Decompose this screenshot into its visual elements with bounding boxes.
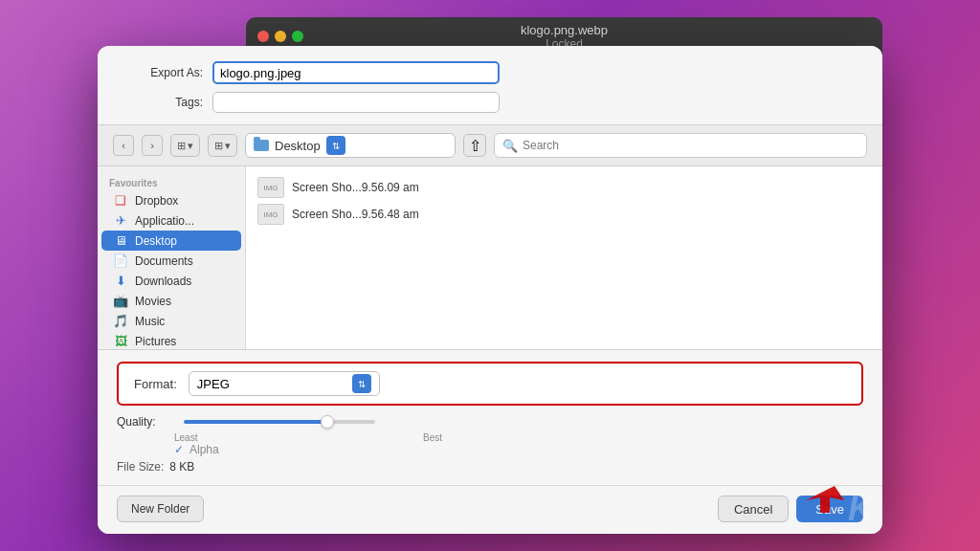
grid-icon: ⊞ <box>214 140 223 152</box>
toolbar: ‹ › ⊞ ▾ ⊞ ▾ Desktop ⇅ ⇧ 🔍 <box>98 125 882 166</box>
best-label: Best <box>423 432 442 443</box>
sidebar-item-label: Dropbox <box>135 194 178 208</box>
folder-icon <box>254 140 269 151</box>
sidebar-item-label: Desktop <box>135 234 177 248</box>
columns-icon: ⊞ <box>177 140 186 152</box>
sidebar-item-pictures[interactable]: 🖼 Pictures <box>101 331 241 349</box>
sidebar-item-label: Movies <box>135 295 171 308</box>
back-button[interactable]: ‹ <box>113 135 134 156</box>
music-icon: 🎵 <box>113 314 128 328</box>
desktop-icon: 🖥 <box>113 233 128 248</box>
documents-icon: 📄 <box>113 253 128 268</box>
file-name: Screen Sho...9.56.48 am <box>292 208 419 221</box>
traffic-lights <box>257 31 303 42</box>
applications-icon: ✈ <box>113 213 128 228</box>
format-section: Format: JPEG ⇅ <box>117 362 863 406</box>
movies-icon: 📺 <box>113 294 128 308</box>
location-dropdown-arrows: ⇅ <box>326 136 345 155</box>
search-input[interactable] <box>523 139 858 152</box>
filesize-row: File Size: 8 KB <box>117 460 863 474</box>
format-label: Format: <box>134 377 177 391</box>
minimize-button[interactable] <box>275 31 286 42</box>
sidebar-item-label: Applicatio... <box>135 214 194 228</box>
quality-range-labels: Least Best <box>174 432 442 443</box>
svg-marker-0 <box>806 486 844 513</box>
window-title: klogo.png.webp <box>521 23 608 37</box>
quality-slider[interactable] <box>184 420 375 424</box>
sidebar-item-downloads[interactable]: ⬇ Downloads <box>101 271 241 291</box>
location-dropdown[interactable]: Desktop ⇅ <box>245 133 456 158</box>
export-as-row: Export As: <box>117 61 863 84</box>
alpha-row: ✓ Alpha <box>174 443 863 456</box>
file-thumbnail: IMG <box>257 204 284 225</box>
cancel-button[interactable]: Cancel <box>718 496 789 522</box>
maximize-button[interactable] <box>292 31 303 42</box>
sidebar-item-desktop[interactable]: 🖥 Desktop <box>101 231 241 251</box>
sidebar-item-label: Music <box>135 315 165 328</box>
downloads-icon: ⬇ <box>113 274 128 288</box>
button-row: New Folder Cancel Save <box>98 485 882 534</box>
alpha-checkmark-icon: ✓ <box>174 443 184 456</box>
quality-label: Quality: <box>117 415 174 429</box>
tags-label: Tags: <box>117 96 203 109</box>
search-icon: 🔍 <box>502 139 518 153</box>
file-thumbnail: IMG <box>257 177 284 198</box>
file-item[interactable]: IMG Screen Sho...9.56.48 am <box>246 201 882 228</box>
export-as-label: Export As: <box>117 66 203 79</box>
filesize-value: 8 KB <box>169 460 194 474</box>
new-folder-button[interactable]: New Folder <box>117 496 204 522</box>
filesize-label: File Size: <box>117 460 164 474</box>
view-columns-button[interactable]: ⊞ ▾ <box>170 134 200 157</box>
watermark: K <box>848 489 873 529</box>
sidebar-item-documents[interactable]: 📄 Documents <box>101 251 241 271</box>
columns-chevron-icon: ▾ <box>188 140 193 152</box>
location-label: Desktop <box>275 139 321 153</box>
format-select[interactable]: JPEG ⇅ <box>189 371 380 396</box>
sidebar-item-movies[interactable]: 📺 Movies <box>101 291 241 311</box>
file-list: IMG Screen Sho...9.56.09 am IMG Screen S… <box>246 166 882 349</box>
sidebar-item-dropbox[interactable]: ❑ Dropbox <box>101 190 241 210</box>
view-grid-button[interactable]: ⊞ ▾ <box>208 134 237 157</box>
forward-button[interactable]: › <box>142 135 163 156</box>
search-box[interactable]: 🔍 <box>494 133 867 158</box>
sidebar: Favourites ❑ Dropbox ✈ Applicatio... 🖥 D… <box>98 166 246 349</box>
least-label: Least <box>174 432 197 443</box>
export-as-input[interactable] <box>212 61 500 84</box>
sidebar-item-label: Documents <box>135 254 193 268</box>
expand-button[interactable]: ⇧ <box>463 134 486 157</box>
dialog-header: Export As: Tags: <box>98 46 882 125</box>
sidebar-item-applications[interactable]: ✈ Applicatio... <box>101 210 241 231</box>
alpha-label: Alpha <box>189 443 219 456</box>
file-name: Screen Sho...9.56.09 am <box>292 181 419 194</box>
dialog-bottom-panel: Format: JPEG ⇅ Quality: Least Best ✓ Alp… <box>98 349 882 485</box>
window-wrapper: klogo.png.webp Locked Export As: Tags: ‹… <box>98 17 882 534</box>
grid-chevron-icon: ▾ <box>225 140 231 152</box>
tags-input[interactable] <box>212 92 500 113</box>
sidebar-item-music[interactable]: 🎵 Music <box>101 311 241 331</box>
save-dialog: Export As: Tags: ‹ › ⊞ ▾ ⊞ ▾ Desktop <box>98 46 882 534</box>
dialog-body: Favourites ❑ Dropbox ✈ Applicatio... 🖥 D… <box>98 166 882 349</box>
file-item[interactable]: IMG Screen Sho...9.56.09 am <box>246 174 882 201</box>
red-arrow <box>796 476 844 515</box>
pictures-icon: 🖼 <box>113 334 128 348</box>
sidebar-item-label: Downloads <box>135 275 191 288</box>
dropbox-icon: ❑ <box>113 193 128 208</box>
favourites-section-label: Favourites <box>98 174 245 190</box>
format-value: JPEG <box>197 377 230 391</box>
close-button[interactable] <box>257 31 269 42</box>
tags-row: Tags: <box>117 92 863 113</box>
quality-row: Quality: <box>117 415 863 429</box>
format-arrows-icon: ⇅ <box>352 374 371 393</box>
sidebar-item-label: Pictures <box>135 335 176 348</box>
